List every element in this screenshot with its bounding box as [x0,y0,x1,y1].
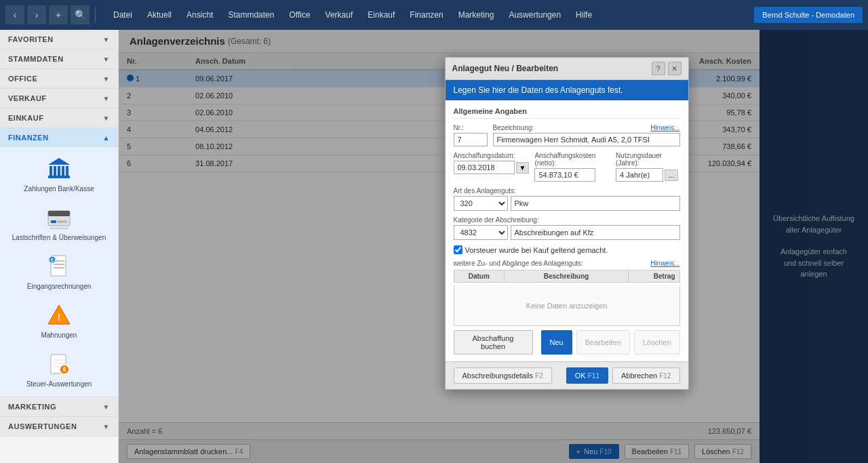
table-empty-message: Keine Daten anzuzeigen [454,285,680,326]
menu-stammdaten[interactable]: Stammdaten [221,6,281,24]
ok-button[interactable]: OK F11 [566,367,608,384]
abschreibung-key: F2 [535,372,543,380]
abschreibung-button[interactable]: Abschreibungsdetails F2 [454,367,552,384]
chevron-down-icon: ▼ [103,115,110,122]
dialog-help-button[interactable]: ? [652,62,665,75]
input-kosten[interactable] [534,168,595,182]
checkbox-vorsteuer[interactable] [454,245,462,254]
sidebar-header-marketing[interactable]: MARKETING ▼ [0,397,118,416]
col-beschreibung: Beschreibung [504,270,628,283]
sidebar-header-verkauf[interactable]: VERKAUF ▼ [0,89,118,108]
svg-text:$: $ [62,366,66,373]
chevron-down-icon: ▼ [103,75,110,83]
form-row-nr-bezeichnung: Nr.: Bezeichnung: Hinweis... [454,124,680,146]
chevron-down-icon: ▼ [103,95,110,102]
chevron-down-icon: ▼ [103,56,110,63]
menu-aktuell[interactable]: Aktuell [140,6,178,24]
sidebar-section-verkauf: VERKAUF ▼ [0,89,118,108]
nutzung-more-btn[interactable]: … [665,169,678,181]
abschaffung-button[interactable]: Abschaffung buchen [454,330,533,355]
chevron-up-icon: ▲ [103,134,110,142]
dialog-body: Allgemeine Angaben Nr.: Bezeichnung: Hin… [446,100,688,361]
chevron-down-icon: ▼ [103,423,110,430]
user-badge[interactable]: Bernd Schulte - Demodaten [754,7,863,23]
loeschen-button[interactable]: Löschen [634,330,680,355]
zugaenge-section-title: weitere Zu- und Abgänge des Anlagenguts:… [454,260,680,267]
search-button[interactable]: 🔍 [71,5,90,24]
zugaenge-table: Datum Beschreibung Betrag [454,270,680,283]
sidebar-header-favoriten[interactable]: FAVORITEN ▼ [0,30,118,49]
sidebar-item-transfer[interactable]: Lastschriften & Überweisungen [8,201,110,245]
dialog: Anlagegut Neu / Bearbeiten ? ✕ Legen Sie… [445,57,689,390]
bearbeiten-button[interactable]: Bearbeiten [576,330,630,355]
tax-icon: $ [45,350,73,378]
invoice-label: Eingangsrechnungen [27,283,92,291]
abbrechen-button[interactable]: Abbrechen F12 [612,367,680,384]
menu-hilfe[interactable]: Hilfe [569,6,599,24]
menu-finanzen[interactable]: Finanzen [403,6,450,24]
svg-rect-0 [48,176,70,178]
input-kategorie-text[interactable] [511,225,680,240]
input-nutzung[interactable] [616,168,663,182]
mahnungen-label: Mahnungen [41,331,77,340]
svg-text:!: ! [58,312,61,323]
sidebar-label-auswertungen: AUSWERTUNGEN [8,422,77,430]
sidebar-header-einkauf[interactable]: EINKAUF ▼ [0,108,118,127]
select-art-code[interactable]: 320 [454,196,508,211]
datum-picker-btn[interactable]: ▼ [516,162,530,174]
steuer-label: Steuer-Auswertungen [26,380,92,388]
menu-ansicht[interactable]: Ansicht [180,6,220,24]
menu-marketing[interactable]: Marketing [452,6,501,24]
sidebar-section-finanzen: FINANZEN ▲ [0,128,118,397]
select-kategorie-code[interactable]: 4832 [454,225,508,240]
sidebar-label-office: OFFICE [8,75,37,83]
add-button[interactable]: + [49,5,68,24]
hinweis2-link[interactable]: Hinweis... [650,260,679,267]
sidebar-item-mahnungen[interactable]: ! Mahnungen [8,299,110,342]
neu-button[interactable]: Neu [541,330,572,355]
nav-separator [95,7,96,23]
sidebar-label-marketing: MARKETING [8,403,56,411]
art-select-row: 320 [454,196,680,211]
menu-auswertungen[interactable]: Auswertungen [502,6,568,24]
hinweis1-link[interactable]: Hinweis... [650,124,679,132]
sidebar-section-stammdaten: STAMMDATEN ▼ [0,49,118,69]
label-vorsteuer: Vorsteuer wurde bei Kauf geltend gemacht… [465,246,608,254]
sidebar-header-office[interactable]: OFFICE ▼ [0,69,118,88]
abbrechen-key: F12 [659,372,671,380]
menu-einkauf[interactable]: Einkauf [361,6,401,24]
sidebar-item-steuer[interactable]: $ Steuer-Auswertungen [8,348,110,391]
transfer-icon [45,204,73,231]
label-art: Art des Anlagenguts: [454,187,680,195]
sidebar-header-stammdaten[interactable]: STAMMDATEN ▼ [0,49,118,68]
form-row-dates: Anschaffungsdatum: ▼ Anschaffungskosten … [454,152,680,182]
menu-datei[interactable]: Datei [106,6,139,24]
sidebar-header-auswertungen[interactable]: AUSWERTUNGEN ▼ [0,417,118,436]
input-datum[interactable] [454,161,515,174]
abschreibung-label: Abschreibungsdetails [462,371,534,380]
form-group-kategorie: Kategorie der Abschreibung: 4832 [454,216,680,240]
back-button[interactable]: ‹ [5,5,24,24]
input-bezeichnung[interactable] [493,133,680,146]
label-kategorie: Kategorie der Abschreibung: [454,216,680,224]
warning-icon: ! [45,302,73,329]
sidebar-section-favoriten: FAVORITEN ▼ [0,30,118,49]
sidebar-label-favoriten: FAVORITEN [8,35,54,43]
checkbox-row-vorsteuer: Vorsteuer wurde bei Kauf geltend gemacht… [454,245,680,254]
sidebar-item-bank[interactable]: Zahlungen Bank/Kasse [8,153,110,196]
menu-verkauf[interactable]: Verkauf [319,6,360,24]
col-datum: Datum [454,270,504,283]
finanzen-items: Zahlungen Bank/Kasse Last [0,147,118,397]
sidebar-item-invoice[interactable]: € Eingangsrechnungen [8,250,110,294]
bank-icon [45,155,73,182]
svg-rect-9 [51,220,56,223]
menu-office[interactable]: Office [282,6,317,24]
sidebar-header-finanzen[interactable]: FINANZEN ▲ [0,128,118,147]
dialog-titlebar: Anlagegut Neu / Bearbeiten ? ✕ [446,58,688,80]
col-betrag: Betrag [629,270,679,283]
dialog-close-button[interactable]: ✕ [668,62,682,75]
input-art-text[interactable] [511,196,680,211]
dialog-title: Anlagegut Neu / Bearbeiten [452,64,559,73]
forward-button[interactable]: › [27,5,46,24]
input-nr[interactable] [454,133,488,146]
